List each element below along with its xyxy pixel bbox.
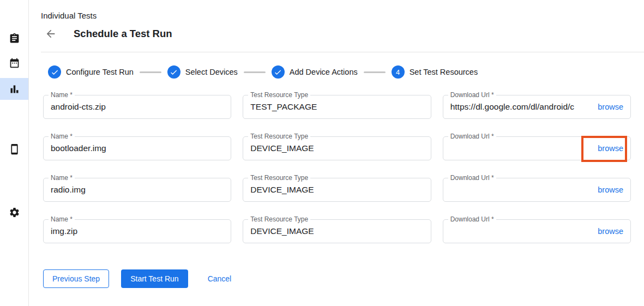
main-content: Individual Tests Schedule a Test Run Con… [29,0,644,306]
step-add-device-actions[interactable]: Add Device Actions [272,65,358,79]
field-label: Name * [49,133,75,141]
type-field-row4: Test Resource Type [243,219,431,243]
step-connector [364,71,386,73]
step-label: Add Device Actions [290,68,358,76]
field-label: Name * [49,215,75,224]
name-field-row3: Name * [43,178,231,202]
step-select-devices[interactable]: Select Devices [167,65,238,79]
url-input-row2[interactable] [450,143,593,153]
bar-chart-icon [9,83,20,95]
name-input-row3[interactable] [51,185,224,195]
cancel-button[interactable]: Cancel [208,269,232,288]
type-field-row3: Test Resource Type [243,178,431,202]
header-divider [41,52,644,52]
breadcrumb: Individual Tests [41,11,644,21]
step-done-check-icon [167,65,180,79]
sidebar [0,0,29,306]
type-field-row2: Test Resource Type [243,136,431,160]
field-label: Download Url * [448,215,496,224]
step-done-check-icon [48,65,61,79]
form-actions: Previous Step Start Test Run Cancel [43,269,644,288]
sidebar-item-tests[interactable] [0,27,28,49]
field-label: Name * [49,91,75,99]
step-configure-test-run[interactable]: Configure Test Run [48,65,134,79]
step-set-test-resources[interactable]: 4 Set Test Resources [392,65,478,79]
sidebar-item-devices[interactable] [0,138,28,160]
field-label: Download Url * [448,91,496,99]
step-done-check-icon [272,65,285,79]
gear-icon [9,207,20,218]
smartphone-icon [9,143,20,155]
url-field-row4: Download Url * browse [443,219,631,243]
name-field-row2: Name * [43,136,231,160]
type-input-row1[interactable] [250,102,423,112]
field-label: Test Resource Type [248,91,310,99]
name-input-row2[interactable] [51,143,224,153]
browse-link-row4[interactable]: browse [598,227,623,236]
name-field-row4: Name * [43,219,231,243]
field-label: Test Resource Type [248,174,310,182]
page-title: Schedule a Test Run [74,28,172,40]
url-field-row3: Download Url * browse [443,178,631,202]
back-arrow-icon [45,28,57,40]
step-label: Set Test Resources [410,68,478,76]
type-input-row3[interactable] [250,185,423,195]
assignment-icon [9,33,20,44]
type-input-row2[interactable] [250,143,423,153]
field-label: Test Resource Type [248,215,310,224]
browse-link-row3[interactable]: browse [598,185,623,194]
browse-link-row1[interactable]: browse [598,103,623,111]
back-button[interactable] [44,27,57,40]
field-label: Download Url * [448,133,496,141]
type-input-row4[interactable] [250,226,423,236]
name-field-row1: Name * [43,95,231,119]
step-connector [244,71,266,73]
test-resources-form: Name * Test Resource Type Download Url *… [43,95,631,243]
sidebar-item-test-runs[interactable] [0,78,28,100]
app-window: Individual Tests Schedule a Test Run Con… [0,0,644,306]
step-connector [140,71,161,73]
name-input-row1[interactable] [51,102,224,112]
sidebar-item-schedule[interactable] [0,52,28,74]
field-label: Name * [49,174,75,182]
sidebar-item-settings[interactable] [0,201,28,223]
stepper: Configure Test Run Select Devices Add De… [48,65,644,79]
name-input-row4[interactable] [51,226,224,236]
url-field-row1: Download Url * browse [443,95,631,119]
start-test-run-button[interactable]: Start Test Run [121,269,188,288]
field-label: Download Url * [448,174,496,182]
type-field-row1: Test Resource Type [243,95,431,119]
url-field-row2: Download Url * browse [443,136,631,160]
step-label: Select Devices [185,68,238,76]
url-input-row4[interactable] [450,226,593,236]
page-header: Individual Tests Schedule a Test Run [29,0,644,52]
field-label: Test Resource Type [248,133,310,141]
url-input-row3[interactable] [450,185,593,195]
browse-link-row2[interactable]: browse [598,144,623,153]
calendar-icon [9,57,20,69]
previous-step-button[interactable]: Previous Step [43,269,109,288]
step-number-badge: 4 [392,65,405,79]
step-label: Configure Test Run [66,68,134,76]
url-input-row1[interactable] [450,102,593,112]
